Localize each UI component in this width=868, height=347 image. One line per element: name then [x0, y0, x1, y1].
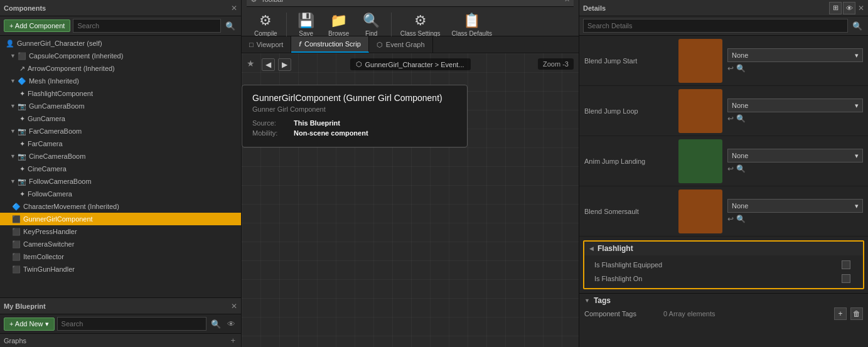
tags-header: ▼ Tags — [584, 296, 863, 305]
blueprint-view-btn[interactable]: 👁 — [225, 319, 237, 329]
tree-item-gunnerGirl_character[interactable]: 👤 GunnerGirl_Character (self) — [0, 37, 241, 50]
class-defaults-icon: 📋 — [463, 13, 480, 29]
nav-forward-btn[interactable]: ▶ — [278, 58, 291, 71]
tab-event-graph[interactable]: ⬡ Event Graph — [369, 36, 433, 53]
blueprint-panel-close[interactable]: ✕ — [231, 302, 237, 311]
anim-icon-row-2: ↩ 🔍 — [727, 164, 863, 173]
tree-item-farCameraBoom[interactable]: ▼ 📷 FarCameraBoom — [0, 125, 241, 137]
tree-item-cineCamera[interactable]: ✦ CineCamera — [0, 163, 241, 175]
tree-item-followCameraBoom[interactable]: ▼ 📷 FollowCameraBoom — [0, 175, 241, 188]
anim-dropdown-2[interactable]: None ▾ — [727, 149, 863, 163]
add-graph-btn[interactable]: + — [228, 336, 237, 345]
tree-item-itemCollector[interactable]: ⬛ ItemCollector — [0, 250, 241, 263]
flashlight-on-label: Is Flashlight On — [589, 275, 842, 282]
tree-icon-arrowComponent: ↗ — [19, 65, 25, 73]
tree-item-cameraSwitcher[interactable]: ⬛ CameraSwitcher — [0, 238, 241, 250]
anim-icon-row-1: ↩ 🔍 — [727, 114, 863, 123]
nav-back-btn[interactable]: ◀ — [262, 58, 275, 71]
tags-add-btn[interactable]: + — [834, 307, 847, 320]
anim-dropdown-0[interactable]: None ▾ — [727, 48, 863, 62]
components-search-icon[interactable]: 🔍 — [223, 21, 237, 31]
find-btn[interactable]: 🔍 Find — [356, 9, 387, 41]
tags-trash-btn[interactable]: 🗑 — [850, 307, 863, 320]
tree-item-flashlightComponent[interactable]: ✦ FlashlightComponent — [0, 87, 241, 100]
blueprint-search-btn[interactable]: 🔍 — [209, 319, 223, 329]
flashlight-on-checkbox[interactable] — [842, 274, 850, 283]
anim-search-btn-1[interactable]: 🔍 — [736, 114, 746, 123]
browse-btn[interactable]: 📁 Browse — [323, 9, 355, 41]
tree-label-gunCameraBoom: GunCameraBoom — [29, 102, 85, 110]
tree-label-mesh: Mesh (Inherited) — [29, 77, 79, 85]
anim-preview-2 — [678, 139, 722, 183]
components-panel-close[interactable]: ✕ — [231, 4, 237, 13]
blueprint-search-input[interactable] — [57, 317, 206, 331]
tree-label-cineCameraBoom: CineCameraBoom — [29, 152, 85, 160]
details-panel-close[interactable]: ✕ — [858, 4, 864, 13]
anim-back-btn-1[interactable]: ↩ — [727, 114, 734, 123]
tree-icon-capsuleComponent: ⬛ — [18, 52, 26, 60]
tab-construction-script[interactable]: f Construction Scrip — [291, 36, 369, 53]
anim-back-btn-2[interactable]: ↩ — [727, 164, 734, 173]
tooltip-source-label: Source: — [252, 119, 290, 127]
flashlight-section-header[interactable]: ◀ Flashlight — [584, 242, 863, 255]
tree-icon-cameraSwitcher: ⬛ — [12, 240, 21, 248]
anim-dropdown-value-0: None — [732, 51, 748, 59]
add-new-button[interactable]: + Add New ▾ — [4, 318, 55, 331]
details-grid-btn[interactable]: ⊞ — [829, 2, 842, 14]
anim-preview-1 — [678, 89, 722, 133]
save-btn[interactable]: 💾 Save — [291, 9, 322, 41]
details-panel-title: Details — [583, 4, 706, 12]
flashlight-equipped-checkbox[interactable] — [842, 260, 850, 269]
tree-icon-gunCameraBoom: 📷 — [18, 102, 26, 110]
anim-entry-1: Blend Jump Loop None ▾ ↩ 🔍 — [579, 86, 868, 136]
class-settings-btn[interactable]: ⚙ Class Settings — [395, 9, 446, 41]
tree-item-characterMovement[interactable]: 🔷 CharacterMovement (Inherited) — [0, 200, 241, 213]
tooltip-title: GunnerGirlComponent (Gunner Girl Compone… — [252, 93, 457, 103]
blueprint-panel: My Blueprint ✕ + Add New ▾ 🔍 👁 Graphs + — [0, 297, 241, 347]
details-search-btn[interactable]: 🔍 — [850, 21, 864, 31]
anim-icon-row-3: ↩ 🔍 — [727, 215, 863, 223]
details-eye-btn[interactable]: 👁 — [843, 2, 855, 14]
tree-item-twinGunHandler[interactable]: ⬛ TwinGunHandler — [0, 263, 241, 275]
add-component-button[interactable]: + Add Component — [4, 19, 70, 32]
anim-back-btn-3[interactable]: ↩ — [727, 215, 734, 223]
component-tooltip: GunnerGirlComponent (Gunner Girl Compone… — [242, 85, 468, 147]
anim-back-btn-0[interactable]: ↩ — [727, 64, 734, 73]
tree-item-farCamera[interactable]: ✦ FarCamera — [0, 137, 241, 150]
main-layout: Components ✕ + Add Component 🔍 👤 GunnerG… — [0, 0, 868, 347]
anim-search-btn-0[interactable]: 🔍 — [736, 64, 746, 73]
tree-item-keyPressHandler[interactable]: ⬛ KeyPressHandler — [0, 225, 241, 238]
anim-dropdown-value-2: None — [732, 152, 748, 159]
toolbar-divider-1 — [286, 13, 287, 38]
details-search-input[interactable] — [583, 19, 848, 33]
anim-controls-1: None ▾ ↩ 🔍 — [727, 99, 863, 123]
tree-item-gunCamera[interactable]: ✦ GunCamera — [0, 112, 241, 125]
anim-dropdown-1[interactable]: None ▾ — [727, 99, 863, 112]
components-panel-title: Components — [4, 4, 231, 12]
compile-btn[interactable]: ⚙ Compile — [249, 9, 282, 41]
tree-label-itemCollector: ItemCollector — [23, 253, 64, 260]
class-defaults-btn[interactable]: 📋 Class Defaults — [447, 9, 497, 41]
tree-item-capsuleComponent[interactable]: ▼ ⬛ CapsuleComponent (Inherited) — [0, 50, 241, 62]
anim-dropdown-3[interactable]: None ▾ — [727, 199, 863, 213]
tree-item-cineCameraBoom[interactable]: ▼ 📷 CineCameraBoom — [0, 150, 241, 163]
components-search-input[interactable] — [73, 19, 221, 33]
toolbar-divider-2 — [391, 13, 392, 38]
anim-search-btn-3[interactable]: 🔍 — [736, 215, 746, 223]
toolbar-panel-close[interactable]: ✕ — [564, 0, 570, 4]
tree-item-gunCameraBoom[interactable]: ▼ 📷 GunCameraBoom — [0, 100, 241, 112]
tree-arrow-gunCameraBoom: ▼ — [10, 103, 16, 109]
anim-search-btn-2[interactable]: 🔍 — [736, 164, 746, 173]
tree-item-mesh[interactable]: ▼ 🔷 Mesh (Inherited) — [0, 75, 241, 87]
tab-viewport[interactable]: □ Viewport — [242, 36, 291, 53]
tree-item-gunnerGirlComponent[interactable]: ⬛ GunnerGirlComponent — [0, 213, 241, 225]
tree-label-cineCamera: CineCamera — [28, 165, 67, 173]
tree-arrow-mesh: ▼ — [10, 78, 16, 84]
tree-item-arrowComponent[interactable]: ↗ ArrowComponent (Inherited) — [0, 62, 241, 75]
anim-entry-3: Blend Somersault None ▾ ↩ 🔍 — [579, 186, 868, 237]
tree-label-gunCamera: GunCamera — [28, 115, 65, 122]
editor-tabs: □ Viewport f Construction Scrip ⬡ Event … — [242, 36, 579, 53]
flashlight-on-row: Is Flashlight On — [589, 272, 858, 286]
bookmark-btn[interactable]: ★ — [247, 58, 255, 68]
tree-item-followCamera[interactable]: ✦ FollowCamera — [0, 188, 241, 200]
